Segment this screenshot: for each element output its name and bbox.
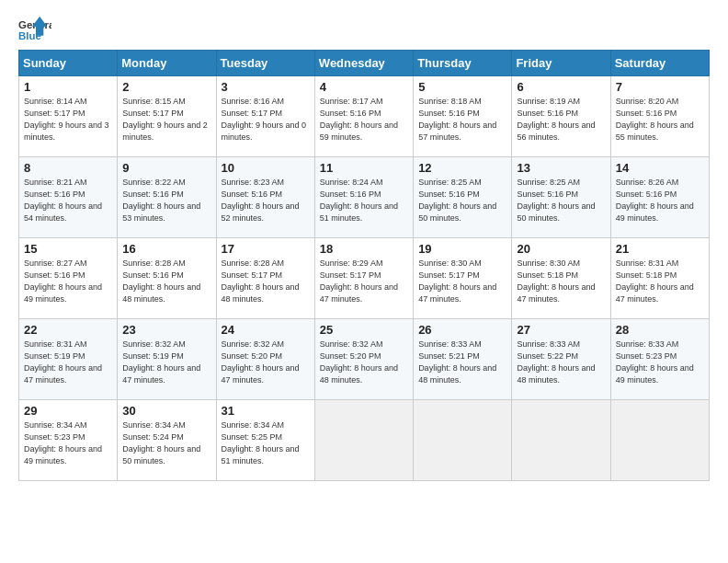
calendar-cell: 24Sunrise: 8:32 AMSunset: 5:20 PMDayligh… [216,319,314,400]
weekday-header-thursday: Thursday [414,51,512,76]
calendar-cell: 27Sunrise: 8:33 AMSunset: 5:22 PMDayligh… [512,319,610,400]
logo: General Blue [18,17,55,42]
day-number: 4 [320,80,408,94]
day-detail: Sunrise: 8:30 AMSunset: 5:18 PMDaylight:… [517,258,605,305]
day-number: 28 [616,323,704,337]
calendar-cell: 17Sunrise: 8:28 AMSunset: 5:17 PMDayligh… [216,238,314,319]
day-number: 30 [122,404,210,418]
calendar-cell: 6Sunrise: 8:19 AMSunset: 5:16 PMDaylight… [512,76,610,157]
calendar-cell: 25Sunrise: 8:32 AMSunset: 5:20 PMDayligh… [314,319,413,400]
calendar-cell: 1Sunrise: 8:14 AMSunset: 5:17 PMDaylight… [19,76,118,157]
day-number: 2 [122,80,210,94]
calendar-cell: 11Sunrise: 8:24 AMSunset: 5:16 PMDayligh… [314,157,413,238]
calendar-cell [512,400,610,481]
calendar-cell [414,400,512,481]
day-detail: Sunrise: 8:20 AMSunset: 5:16 PMDaylight:… [616,96,704,144]
calendar-cell: 5Sunrise: 8:18 AMSunset: 5:16 PMDaylight… [414,76,512,157]
calendar-cell: 18Sunrise: 8:29 AMSunset: 5:17 PMDayligh… [314,238,413,319]
day-number: 16 [122,242,210,256]
day-detail: Sunrise: 8:33 AMSunset: 5:21 PMDaylight:… [418,339,506,386]
day-number: 20 [517,242,605,256]
day-number: 15 [24,242,112,256]
calendar-cell [314,400,413,481]
day-number: 5 [418,80,506,94]
day-detail: Sunrise: 8:32 AMSunset: 5:19 PMDaylight:… [122,339,210,386]
calendar-cell: 21Sunrise: 8:31 AMSunset: 5:18 PMDayligh… [610,238,709,319]
day-number: 25 [320,323,408,337]
calendar-cell: 31Sunrise: 8:34 AMSunset: 5:25 PMDayligh… [216,400,314,481]
week-row-1: 1Sunrise: 8:14 AMSunset: 5:17 PMDaylight… [19,76,710,157]
day-detail: Sunrise: 8:29 AMSunset: 5:17 PMDaylight:… [320,258,408,305]
day-detail: Sunrise: 8:17 AMSunset: 5:16 PMDaylight:… [320,96,408,144]
day-number: 23 [122,323,210,337]
day-number: 17 [222,242,310,256]
day-detail: Sunrise: 8:22 AMSunset: 5:16 PMDaylight:… [122,177,210,224]
day-detail: Sunrise: 8:23 AMSunset: 5:16 PMDaylight:… [222,177,310,224]
calendar-table: SundayMondayTuesdayWednesdayThursdayFrid… [18,50,710,481]
calendar-cell: 20Sunrise: 8:30 AMSunset: 5:18 PMDayligh… [512,238,610,319]
day-detail: Sunrise: 8:24 AMSunset: 5:16 PMDaylight:… [320,177,408,224]
day-detail: Sunrise: 8:21 AMSunset: 5:16 PMDaylight:… [24,177,112,224]
day-detail: Sunrise: 8:32 AMSunset: 5:20 PMDaylight:… [222,339,310,386]
day-number: 9 [122,161,210,175]
calendar-cell: 23Sunrise: 8:32 AMSunset: 5:19 PMDayligh… [118,319,216,400]
day-number: 21 [616,242,704,256]
weekday-header-row: SundayMondayTuesdayWednesdayThursdayFrid… [19,51,710,76]
day-number: 8 [24,161,112,175]
day-detail: Sunrise: 8:16 AMSunset: 5:17 PMDaylight:… [222,96,310,144]
day-detail: Sunrise: 8:27 AMSunset: 5:16 PMDaylight:… [24,258,112,305]
day-detail: Sunrise: 8:34 AMSunset: 5:24 PMDaylight:… [122,419,210,467]
calendar-cell: 26Sunrise: 8:33 AMSunset: 5:21 PMDayligh… [414,319,512,400]
calendar-cell: 22Sunrise: 8:31 AMSunset: 5:19 PMDayligh… [19,319,118,400]
day-detail: Sunrise: 8:33 AMSunset: 5:23 PMDaylight:… [616,339,704,386]
day-detail: Sunrise: 8:32 AMSunset: 5:20 PMDaylight:… [320,339,408,386]
day-number: 22 [24,323,112,337]
day-number: 18 [320,242,408,256]
header: General Blue [18,17,710,42]
calendar-cell: 14Sunrise: 8:26 AMSunset: 5:16 PMDayligh… [610,157,709,238]
day-number: 24 [222,323,310,337]
day-number: 29 [24,404,112,418]
day-detail: Sunrise: 8:26 AMSunset: 5:16 PMDaylight:… [616,177,704,224]
day-number: 11 [320,161,408,175]
day-detail: Sunrise: 8:33 AMSunset: 5:22 PMDaylight:… [517,339,605,386]
calendar-cell: 4Sunrise: 8:17 AMSunset: 5:16 PMDaylight… [314,76,413,157]
calendar-cell: 30Sunrise: 8:34 AMSunset: 5:24 PMDayligh… [118,400,216,481]
calendar-cell: 2Sunrise: 8:15 AMSunset: 5:17 PMDaylight… [118,76,216,157]
calendar-cell: 8Sunrise: 8:21 AMSunset: 5:16 PMDaylight… [19,157,118,238]
calendar-cell: 7Sunrise: 8:20 AMSunset: 5:16 PMDaylight… [610,76,709,157]
day-number: 26 [418,323,506,337]
day-number: 1 [24,80,112,94]
day-detail: Sunrise: 8:28 AMSunset: 5:17 PMDaylight:… [222,258,310,305]
weekday-header-tuesday: Tuesday [216,51,314,76]
calendar-cell: 19Sunrise: 8:30 AMSunset: 5:17 PMDayligh… [414,238,512,319]
day-detail: Sunrise: 8:14 AMSunset: 5:17 PMDaylight:… [24,96,112,144]
weekday-header-saturday: Saturday [610,51,709,76]
day-number: 7 [616,80,704,94]
day-number: 19 [418,242,506,256]
day-number: 31 [222,404,310,418]
weekday-header-friday: Friday [512,51,610,76]
day-number: 12 [418,161,506,175]
calendar-cell: 10Sunrise: 8:23 AMSunset: 5:16 PMDayligh… [216,157,314,238]
week-row-2: 8Sunrise: 8:21 AMSunset: 5:16 PMDaylight… [19,157,710,238]
day-detail: Sunrise: 8:34 AMSunset: 5:25 PMDaylight:… [222,419,310,467]
day-detail: Sunrise: 8:31 AMSunset: 5:18 PMDaylight:… [616,258,704,305]
calendar-cell: 13Sunrise: 8:25 AMSunset: 5:16 PMDayligh… [512,157,610,238]
calendar-cell: 9Sunrise: 8:22 AMSunset: 5:16 PMDaylight… [118,157,216,238]
day-number: 6 [517,80,605,94]
day-number: 14 [616,161,704,175]
week-row-3: 15Sunrise: 8:27 AMSunset: 5:16 PMDayligh… [19,238,710,319]
day-number: 13 [517,161,605,175]
day-detail: Sunrise: 8:25 AMSunset: 5:16 PMDaylight:… [418,177,506,224]
weekday-header-sunday: Sunday [19,51,118,76]
calendar-cell: 16Sunrise: 8:28 AMSunset: 5:16 PMDayligh… [118,238,216,319]
day-detail: Sunrise: 8:30 AMSunset: 5:17 PMDaylight:… [418,258,506,305]
week-row-5: 29Sunrise: 8:34 AMSunset: 5:23 PMDayligh… [19,400,710,481]
day-detail: Sunrise: 8:15 AMSunset: 5:17 PMDaylight:… [122,96,210,144]
weekday-header-monday: Monday [118,51,216,76]
page: General Blue SundayMondayTuesdayWednesda… [0,0,728,563]
day-detail: Sunrise: 8:34 AMSunset: 5:23 PMDaylight:… [24,419,112,467]
calendar-cell: 28Sunrise: 8:33 AMSunset: 5:23 PMDayligh… [610,319,709,400]
calendar-cell: 15Sunrise: 8:27 AMSunset: 5:16 PMDayligh… [19,238,118,319]
